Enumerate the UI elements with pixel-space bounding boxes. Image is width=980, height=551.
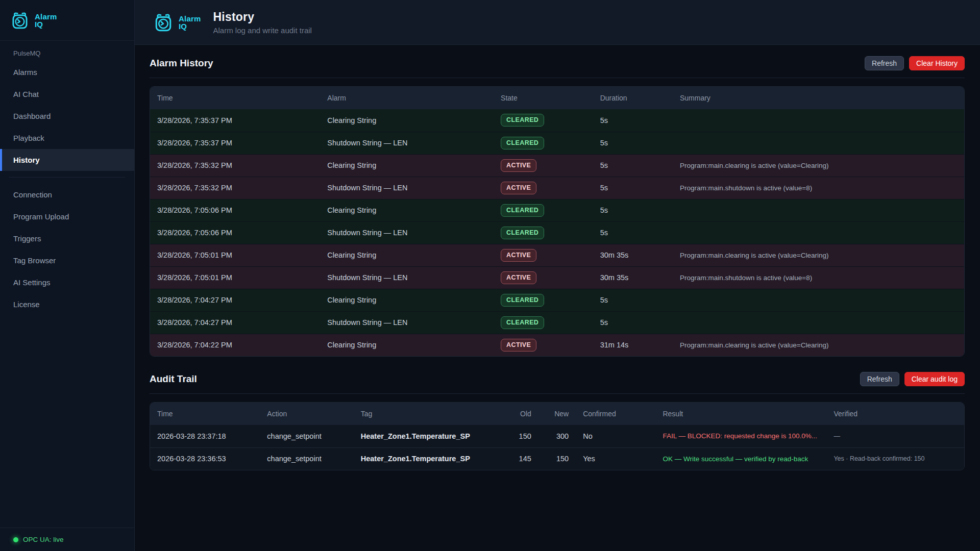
alarm-history-row[interactable]: 3/28/2026, 7:04:22 PM Clearing String AC… bbox=[150, 334, 964, 356]
alarm-history-row[interactable]: 3/28/2026, 7:35:32 PM Clearing String AC… bbox=[150, 154, 964, 177]
sidebar-item-ai-settings[interactable]: AI Settings bbox=[0, 271, 134, 293]
col-duration: Duration bbox=[593, 87, 673, 109]
alarm-history-actions: Refresh Clear History bbox=[865, 56, 965, 70]
brand-name: Alarm IQ bbox=[35, 13, 57, 28]
page-header: Alarm IQ History Alarm log and write aud… bbox=[135, 0, 980, 45]
col-confirmed: Confirmed bbox=[576, 403, 655, 425]
alarm-name: Shutdown String — LEN bbox=[320, 311, 494, 334]
audit-result: FAIL — BLOCKED: requested change is 100.… bbox=[655, 425, 826, 447]
alarm-name: Shutdown String — LEN bbox=[320, 266, 494, 289]
clear-audit-button[interactable]: Clear audit log bbox=[904, 372, 965, 386]
audit-tag: Heater_Zone1.Temperature_SP bbox=[354, 447, 507, 470]
sidebar-item-label: Playback bbox=[13, 134, 44, 142]
sidebar-item-label: Tag Browser bbox=[13, 256, 56, 265]
audit-trail-actions: Refresh Clear audit log bbox=[860, 372, 965, 386]
sidebar-item-alarms[interactable]: Alarms bbox=[0, 61, 134, 83]
brand-line1: Alarm bbox=[35, 13, 57, 20]
refresh-history-button[interactable]: Refresh bbox=[865, 56, 904, 70]
col-old: Old bbox=[507, 403, 538, 425]
audit-trail-title: Audit Trail bbox=[150, 373, 197, 385]
sidebar-item-ai-chat[interactable]: AI Chat bbox=[0, 83, 134, 105]
alarm-time: 3/28/2026, 7:35:32 PM bbox=[150, 154, 320, 177]
app-window: Alarm IQ PulseMQ Alarms AI Chat Dashboar… bbox=[0, 0, 980, 551]
audit-trail-row[interactable]: 2026-03-28 23:37:18 change_setpoint Heat… bbox=[150, 425, 964, 447]
clear-history-button[interactable]: Clear History bbox=[909, 56, 965, 70]
alarm-duration: 5s bbox=[593, 199, 673, 221]
audit-verified: — bbox=[826, 425, 964, 447]
alarm-time: 3/28/2026, 7:05:06 PM bbox=[150, 221, 320, 244]
alarm-summary: Program:main.shutdown is active (value=8… bbox=[673, 266, 964, 289]
alarm-history-row[interactable]: 3/28/2026, 7:35:37 PM Clearing String CL… bbox=[150, 109, 964, 132]
audit-verified: Yes · Read-back confirmed: 150 bbox=[826, 447, 964, 470]
alarm-history-row[interactable]: 3/28/2026, 7:35:32 PM Shutdown String — … bbox=[150, 177, 964, 199]
col-tag: Tag bbox=[354, 403, 507, 425]
alarm-summary bbox=[673, 199, 964, 221]
alarm-history-row[interactable]: 3/28/2026, 7:05:01 PM Clearing String AC… bbox=[150, 244, 964, 266]
col-new: New bbox=[538, 403, 576, 425]
alarm-name: Shutdown String — LEN bbox=[320, 132, 494, 154]
sidebar-nav-secondary: Connection Program Upload Triggers Tag B… bbox=[0, 184, 134, 315]
state-badge: ACTIVE bbox=[501, 249, 536, 262]
col-verified: Verified bbox=[826, 403, 964, 425]
alarm-time: 3/28/2026, 7:05:01 PM bbox=[150, 244, 320, 266]
sidebar-item-label: Triggers bbox=[13, 234, 41, 243]
state-badge: CLEARED bbox=[501, 227, 544, 239]
audit-trail-row[interactable]: 2026-03-28 23:36:53 change_setpoint Heat… bbox=[150, 447, 964, 470]
alarm-name: Clearing String bbox=[320, 334, 494, 356]
alarm-name: Clearing String bbox=[320, 154, 494, 177]
alarm-history-row[interactable]: 3/28/2026, 7:05:01 PM Shutdown String — … bbox=[150, 266, 964, 289]
sidebar-item-connection[interactable]: Connection bbox=[0, 184, 134, 206]
alarm-summary bbox=[673, 132, 964, 154]
sidebar-item-triggers[interactable]: Triggers bbox=[0, 228, 134, 249]
alarm-duration: 5s bbox=[593, 289, 673, 311]
app-logo: Alarm IQ bbox=[0, 0, 134, 41]
sidebar-item-label: License bbox=[13, 300, 40, 309]
status-label: OPC UA: live bbox=[23, 536, 64, 543]
sidebar-item-history[interactable]: History bbox=[0, 149, 134, 171]
alarm-name: Clearing String bbox=[320, 109, 494, 132]
state-badge: CLEARED bbox=[501, 316, 544, 329]
brand-name: Alarm IQ bbox=[179, 15, 201, 30]
state-badge: CLEARED bbox=[501, 114, 544, 127]
alarm-duration: 5s bbox=[593, 109, 673, 132]
main-area: Alarm IQ History Alarm log and write aud… bbox=[135, 0, 980, 551]
alarm-history-table: Time Alarm State Duration Summary 3/28/2… bbox=[150, 87, 964, 356]
alarm-duration: 5s bbox=[593, 177, 673, 199]
sidebar-item-playback[interactable]: Playback bbox=[0, 127, 134, 149]
audit-confirmed: Yes bbox=[576, 447, 655, 470]
alarm-name: Clearing String bbox=[320, 199, 494, 221]
sidebar-item-program-upload[interactable]: Program Upload bbox=[0, 206, 134, 228]
page-content: Alarm History Refresh Clear History Time bbox=[135, 45, 980, 551]
alarm-history-row[interactable]: 3/28/2026, 7:35:37 PM Shutdown String — … bbox=[150, 132, 964, 154]
alarm-history-row[interactable]: 3/28/2026, 7:04:27 PM Clearing String CL… bbox=[150, 289, 964, 311]
audit-trail-table: Time Action Tag Old New Confirmed Result… bbox=[150, 403, 964, 470]
alarm-clock-icon bbox=[153, 12, 174, 33]
sidebar-item-dashboard[interactable]: Dashboard bbox=[0, 105, 134, 127]
alarm-history-header: Alarm History Refresh Clear History bbox=[150, 56, 965, 78]
audit-action: change_setpoint bbox=[260, 447, 353, 470]
col-action: Action bbox=[260, 403, 353, 425]
alarm-history-row[interactable]: 3/28/2026, 7:05:06 PM Clearing String CL… bbox=[150, 199, 964, 221]
audit-result: OK — Write successful — verified by read… bbox=[655, 447, 826, 470]
sidebar-item-label: Alarms bbox=[13, 68, 37, 77]
alarm-history-title: Alarm History bbox=[150, 58, 213, 69]
col-summary: Summary bbox=[673, 87, 964, 109]
alarm-time: 3/28/2026, 7:05:01 PM bbox=[150, 266, 320, 289]
alarm-history-header-row: Time Alarm State Duration Summary bbox=[150, 87, 964, 109]
sidebar-item-tag-browser[interactable]: Tag Browser bbox=[0, 249, 134, 271]
state-badge: CLEARED bbox=[501, 294, 544, 307]
refresh-audit-button[interactable]: Refresh bbox=[860, 372, 899, 386]
alarm-history-row[interactable]: 3/28/2026, 7:04:27 PM Shutdown String — … bbox=[150, 311, 964, 334]
alarm-clock-icon bbox=[10, 11, 30, 30]
col-state: State bbox=[494, 87, 593, 109]
sidebar-item-license[interactable]: License bbox=[0, 293, 134, 315]
col-time: Time bbox=[150, 403, 260, 425]
audit-old: 145 bbox=[507, 447, 538, 470]
header-logo: Alarm IQ bbox=[153, 12, 201, 33]
alarm-summary bbox=[673, 221, 964, 244]
alarm-history-row[interactable]: 3/28/2026, 7:05:06 PM Shutdown String — … bbox=[150, 221, 964, 244]
alarm-duration: 5s bbox=[593, 311, 673, 334]
alarm-duration: 5s bbox=[593, 132, 673, 154]
audit-time: 2026-03-28 23:37:18 bbox=[150, 425, 260, 447]
alarm-history-panel: Time Alarm State Duration Summary 3/28/2… bbox=[150, 86, 965, 357]
